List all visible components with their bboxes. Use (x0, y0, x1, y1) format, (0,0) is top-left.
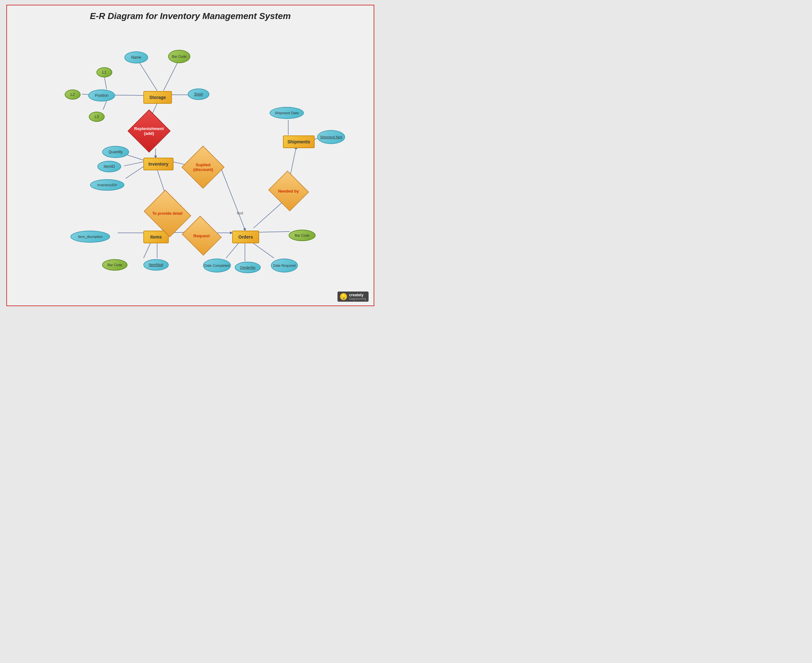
attr-position: Position (88, 89, 115, 102)
entity-inventory: Inventory (144, 158, 173, 170)
relationship-neededby: Needed by (268, 171, 309, 212)
connections-svg (7, 5, 374, 306)
svg-line-22 (226, 243, 239, 258)
attr-l1: L1 (97, 67, 112, 78)
entity-orders: Orders (232, 231, 259, 243)
attr-barcode1: Bar Code (168, 50, 190, 63)
watermark-brand: creately (349, 293, 366, 297)
attr-l2: L2 (65, 89, 81, 100)
attr-shipno: Shipment No# (317, 130, 345, 144)
svg-line-11 (126, 167, 144, 179)
relationship-supplied: Suplied(discount) (181, 146, 224, 189)
svg-line-26 (290, 147, 296, 178)
watermark-bulb-icon: 💡 (340, 293, 347, 300)
attr-item-desc: Item_discription (70, 231, 110, 243)
relationship-replenishment: Replenishment(add) (128, 110, 171, 153)
svg-line-2 (113, 95, 144, 95)
attr-quantity: Quantity (102, 146, 129, 158)
watermark: 💡 creately Diagramming (337, 291, 368, 302)
svg-line-25 (253, 201, 284, 228)
svg-line-6 (103, 101, 107, 110)
diagram-title: E-R Diagram for Inventory Management Sys… (7, 5, 374, 24)
relationship-toprovide: To provide detail (144, 190, 191, 237)
attr-l3: L3 (89, 112, 105, 122)
attr-sno: Sno# (188, 89, 209, 100)
text-label: text (237, 211, 243, 215)
svg-line-24 (252, 243, 274, 258)
entity-storage: Storage (144, 91, 172, 104)
relationship-request: Request (182, 216, 222, 255)
svg-line-17 (144, 243, 151, 258)
svg-line-10 (124, 162, 144, 166)
attr-itemno: ItemNo# (144, 259, 169, 271)
svg-line-13 (220, 165, 245, 230)
attr-inventoryid: InventoryID# (90, 179, 124, 191)
attr-shipdate: Shipment Date (270, 107, 304, 119)
svg-line-21 (258, 231, 290, 232)
attr-barcode3: Bar Code (289, 230, 316, 241)
attr-orderno: OrederNo (235, 262, 261, 273)
entity-shipments: Shipments (283, 136, 315, 148)
attr-name: Name (124, 52, 148, 63)
watermark-sub: Diagramming (349, 297, 366, 301)
attr-datecompleted: Date Completed (203, 259, 231, 273)
diagram-container: E-R Diagram for Inventory Management Sys… (6, 5, 374, 306)
attr-barcode2: Bar Code (102, 259, 128, 271)
attr-daterequired: Date Required (271, 259, 298, 273)
attr-itemid: ItemID (97, 161, 121, 172)
